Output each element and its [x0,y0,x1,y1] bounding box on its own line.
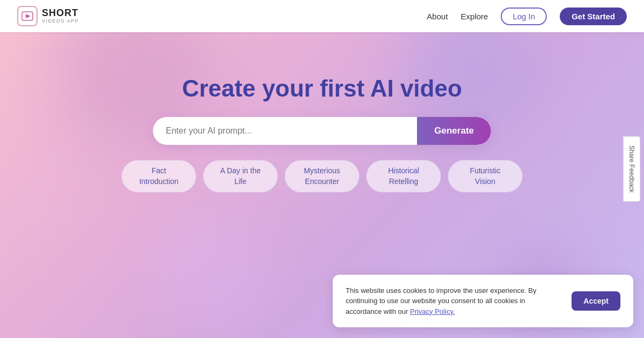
privacy-policy-link[interactable]: Privacy Policy. [410,307,455,315]
cookie-banner: This website uses cookies to improve the… [333,275,633,328]
blob-3 [161,220,268,327]
prompt-chip[interactable]: A Day in the Life [203,160,278,193]
hero-title: Create your first AI video [182,75,462,102]
get-started-button[interactable]: Get Started [560,8,627,25]
prompt-chips: Fact IntroductionA Day in the LifeMyster… [121,160,523,193]
search-bar: Generate [153,117,491,145]
logo-text: SHORT VIDEOS APP [42,8,79,24]
prompt-chip[interactable]: Futuristic Vision [448,160,523,193]
nav: About Explore Log In Get Started [427,8,627,25]
prompt-input[interactable] [153,117,417,145]
prompt-chip[interactable]: Historical Retelling [366,160,441,193]
logo-short-label: SHORT [42,8,79,19]
logo: SHORT VIDEOS APP [17,6,79,26]
login-button[interactable]: Log In [501,8,547,25]
nav-about[interactable]: About [427,12,448,21]
accept-button[interactable]: Accept [572,291,620,311]
feedback-tab[interactable]: Share Feedback [623,136,640,202]
generate-button[interactable]: Generate [417,117,491,145]
prompt-chip[interactable]: Mysterious Encounter [284,160,360,193]
svg-marker-1 [26,14,31,18]
header: SHORT VIDEOS APP About Explore Log In Ge… [0,0,644,32]
main-content: Create your first AI video Generate Fact… [0,32,644,193]
cookie-text: This website uses cookies to improve the… [346,285,561,317]
nav-explore[interactable]: Explore [461,12,488,21]
logo-icon [17,6,38,26]
logo-sub-label: VIDEOS APP [42,19,79,24]
prompt-chip[interactable]: Fact Introduction [121,160,196,193]
